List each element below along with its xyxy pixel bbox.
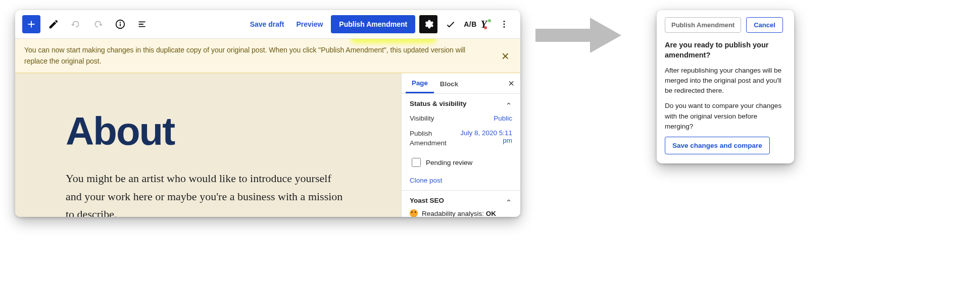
pending-review-row[interactable]: Pending review: [410, 156, 512, 168]
sidebar-tabs: Page Block ×: [402, 73, 520, 94]
chevron-up-icon: [505, 100, 512, 107]
amendment-notice: You can now start making changes in this…: [15, 39, 520, 73]
yoast-dot-red: [484, 26, 487, 29]
yoast-button[interactable]: Y: [481, 19, 491, 30]
settings-button[interactable]: [419, 15, 437, 33]
redo-button[interactable]: [89, 15, 107, 33]
flow-arrow: [535, 13, 626, 58]
settings-sidebar: Page Block × Status & visibility Visibil…: [401, 73, 520, 217]
svg-rect-2: [120, 24, 121, 27]
outline-icon: [137, 19, 148, 30]
redo-icon: [92, 19, 104, 30]
notice-dismiss-button[interactable]: ×: [500, 49, 511, 63]
section-status-toggle[interactable]: Status & visibility: [410, 100, 512, 107]
svg-point-5: [504, 26, 505, 28]
publish-date-row: Publish Amendment July 8, 2020 5:11 pm: [410, 129, 512, 148]
outline-button[interactable]: [133, 15, 152, 33]
save-and-compare-button[interactable]: Save changes and compare: [665, 137, 770, 154]
checklist-button[interactable]: [442, 15, 460, 33]
pending-review-checkbox[interactable]: [412, 158, 421, 167]
svg-rect-6: [535, 29, 591, 42]
notice-text: You can now start making changes in this…: [24, 45, 500, 67]
pencil-icon: [48, 19, 59, 30]
sidebar-close-button[interactable]: ×: [506, 76, 516, 91]
editor-window: Save draft Preview Publish Amendment A/B…: [15, 10, 520, 217]
plus-icon: [26, 19, 37, 30]
confirm-actions: Publish Amendment Cancel: [665, 17, 786, 33]
svg-marker-7: [590, 18, 621, 53]
section-yoast: Yoast SEO Readability analysis: OK SEO a…: [402, 191, 520, 217]
section-status-heading: Status & visibility: [410, 100, 467, 107]
svg-point-4: [504, 24, 505, 25]
content-canvas[interactable]: About You might be an artist who would l…: [15, 73, 401, 217]
editor-toolbar: Save draft Preview Publish Amendment A/B…: [15, 10, 520, 39]
svg-point-1: [120, 22, 121, 23]
page-title[interactable]: About: [66, 108, 369, 154]
undo-button[interactable]: [67, 15, 85, 33]
confirm-paragraph-1: After republishing your changes will be …: [665, 66, 786, 96]
confirm-heading: Are you ready to publish your amendment?: [665, 40, 786, 61]
face-ok-icon: [410, 209, 418, 217]
yoast-dot-green: [488, 19, 491, 22]
preview-button[interactable]: Preview: [292, 17, 327, 31]
info-icon: [115, 19, 126, 30]
confirm-publish-button[interactable]: Publish Amendment: [665, 17, 741, 33]
section-yoast-heading: Yoast SEO: [410, 197, 444, 204]
readability-row: Readability analysis: OK: [410, 209, 512, 217]
publish-amendment-button[interactable]: Publish Amendment: [331, 15, 415, 33]
check-icon: [445, 19, 456, 30]
visibility-label: Visibility: [410, 114, 434, 122]
save-draft-button[interactable]: Save draft: [246, 17, 288, 31]
chevron-up-icon: [505, 197, 512, 204]
publish-date-label: Publish Amendment: [410, 129, 460, 148]
add-block-button[interactable]: [22, 15, 40, 33]
publish-confirm-panel: Publish Amendment Cancel Are you ready t…: [657, 10, 794, 163]
pending-review-label: Pending review: [426, 159, 472, 166]
confirm-paragraph-2: Do you want to compare your changes with…: [665, 101, 786, 132]
ab-test-button[interactable]: A/B: [464, 20, 477, 28]
editor-body: About You might be an artist who would l…: [15, 73, 520, 217]
tab-block[interactable]: Block: [434, 74, 464, 93]
section-yoast-toggle[interactable]: Yoast SEO: [410, 197, 512, 204]
clone-post-link[interactable]: Clone post: [410, 177, 443, 184]
section-status-visibility: Status & visibility Visibility Public Pu…: [402, 94, 520, 191]
readability-label: Readability analysis:: [422, 210, 484, 217]
visibility-row: Visibility Public: [410, 114, 512, 122]
page-body-text[interactable]: You might be an artist who would like to…: [66, 169, 349, 217]
publish-date-value[interactable]: July 8, 2020 5:11 pm: [460, 129, 512, 144]
svg-point-3: [504, 21, 505, 22]
gear-icon: [423, 19, 434, 30]
readability-value: OK: [486, 210, 496, 217]
kebab-icon: [499, 19, 510, 30]
visibility-value[interactable]: Public: [494, 114, 512, 122]
tab-page[interactable]: Page: [406, 73, 434, 93]
undo-icon: [70, 19, 81, 30]
confirm-cancel-button[interactable]: Cancel: [746, 17, 783, 33]
more-menu-button[interactable]: [495, 15, 513, 33]
edit-mode-button[interactable]: [44, 15, 63, 33]
info-button[interactable]: [111, 15, 129, 33]
